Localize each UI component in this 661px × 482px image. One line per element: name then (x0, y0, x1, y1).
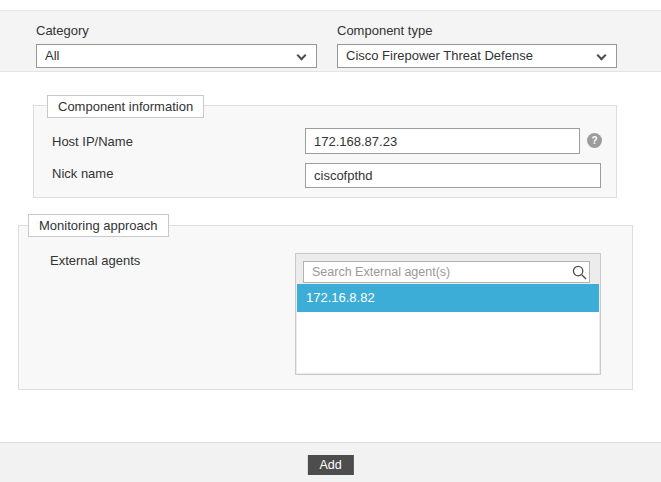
add-button[interactable]: Add (307, 455, 353, 475)
external-agents-list: 172.16.8.82 (297, 284, 599, 373)
search-icon[interactable] (572, 265, 587, 280)
filter-panel: Category All Component type Cisco Firepo… (0, 10, 661, 72)
chevron-down-icon (597, 51, 607, 61)
list-item[interactable]: 172.16.8.82 (297, 284, 599, 312)
host-ip-input[interactable] (305, 128, 580, 154)
footer-bar: Add (0, 442, 661, 482)
category-select[interactable]: All (36, 44, 317, 68)
external-agents-widget: 172.16.8.82 (295, 253, 601, 375)
add-monitor-form: Category All Component type Cisco Firepo… (0, 0, 661, 482)
help-icon[interactable]: ? (587, 133, 602, 148)
component-type-select-value: Cisco Firepower Threat Defense (346, 48, 533, 63)
component-type-label: Component type (337, 23, 432, 38)
component-information-legend: Component information (47, 95, 204, 118)
category-select-value: All (45, 48, 59, 63)
chevron-down-icon (297, 51, 307, 61)
nick-name-label: Nick name (52, 166, 113, 181)
component-type-select[interactable]: Cisco Firepower Threat Defense (337, 44, 617, 68)
external-agents-search-input[interactable] (303, 261, 590, 283)
nick-name-input[interactable] (305, 163, 601, 188)
category-label: Category (36, 23, 89, 38)
external-agents-label: External agents (50, 253, 140, 268)
host-ip-label: Host IP/Name (52, 134, 133, 149)
monitoring-approach-legend: Monitoring approach (28, 214, 169, 237)
